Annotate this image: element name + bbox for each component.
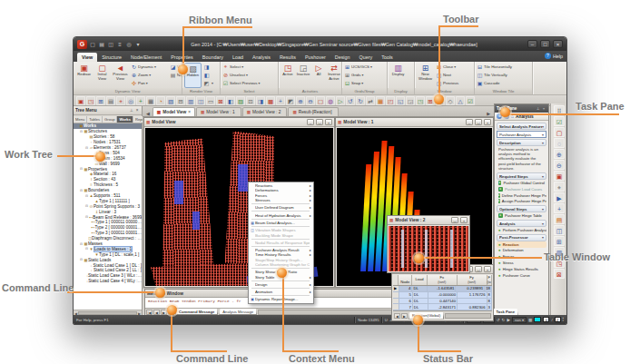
side-tool-icon[interactable]: ▤ — [554, 214, 565, 224]
row-selector[interactable] — [393, 299, 399, 304]
toolbar-icon[interactable]: ⊟ — [176, 96, 185, 105]
ribbon-tab[interactable]: Tools — [377, 53, 398, 62]
toolbar-icon[interactable]: ◳ — [86, 96, 95, 105]
stage-total-field[interactable]: 2 — [555, 317, 561, 322]
toolbar-icon[interactable]: ↺ — [346, 96, 355, 105]
context-menu-item[interactable]: Buckling Mode Shape ▸ — [249, 232, 313, 237]
preview-icon[interactable]: ◎ — [125, 40, 133, 49]
side-tool-icon[interactable]: ⌖ — [554, 182, 565, 192]
task-step-link[interactable]: ● Deformation — [497, 248, 546, 254]
ribbon-big-button[interactable]: ▣ Redraw — [75, 63, 93, 88]
col-load[interactable]: Load — [415, 278, 423, 282]
mdi-tab[interactable]: ▦ Model View : 1 — [196, 107, 241, 116]
context-menu-item[interactable]: ▦ Beam Detail Analysis... ▸ — [249, 221, 313, 225]
table-row[interactable]: 5 DL -0.000000 1.176726 8 — [393, 292, 492, 299]
toolbar-icon[interactable]: ▤ — [106, 96, 115, 105]
model-view-2-title-bar[interactable]: ▦ Model View : 2 □ × — [388, 216, 469, 225]
ribbon-big-button[interactable]: ◳ Active — [281, 63, 295, 88]
ribbon-small-button[interactable]: ⊟ Tile Horizontally — [477, 63, 513, 71]
side-tool-icon[interactable]: ⊖ — [554, 160, 565, 170]
ribbon-tab[interactable]: Design — [330, 53, 355, 62]
row-selector[interactable] — [393, 304, 399, 310]
minimize-icon[interactable]: – — [466, 119, 473, 125]
toolbar-icon[interactable]: ◨ — [256, 96, 265, 105]
tree-tab[interactable]: Tables — [87, 116, 103, 123]
side-tool-icon[interactable]: ◫ — [554, 225, 565, 235]
toolbar-icon[interactable]: ▢ — [316, 96, 325, 105]
task-step-link[interactable]: ▸ Pushover Global Control — [497, 180, 546, 186]
context-menu-item[interactable]: Design ▸ — [249, 282, 313, 287]
analysis-feature-select[interactable]: Pushover Analysis ▾ — [497, 131, 546, 138]
stage-stepper[interactable]: ▴ ▾ — [563, 317, 564, 322]
ribbon-small-button[interactable]: ⊞ UCS/GCS ▾ — [344, 63, 372, 71]
first-tab-icon[interactable]: |◀ — [146, 310, 153, 315]
close-icon[interactable]: × — [541, 106, 546, 111]
message-tab[interactable]: Command Message — [175, 309, 218, 315]
ribbon-tab[interactable]: Node/Element — [126, 53, 166, 62]
ribbon-big-button[interactable]: ▥ Display — [389, 63, 407, 88]
stage-current-field[interactable]: 0 — [543, 317, 549, 322]
toolbar-icon[interactable]: + — [276, 96, 285, 105]
close-icon[interactable]: × — [484, 119, 491, 125]
help-menu[interactable]: ? Help — [545, 53, 563, 59]
play-icon[interactable]: ▶ — [507, 318, 510, 322]
new-file-icon[interactable]: ▢ — [89, 40, 96, 49]
side-tool-icon[interactable]: ▢ — [554, 127, 565, 137]
toolbar-icon[interactable]: ⊖ — [306, 96, 315, 105]
save-icon[interactable]: ◫ — [107, 40, 114, 49]
ribbon-small-button[interactable]: ◨ — [203, 63, 213, 71]
side-tool-icon[interactable]: ☑ — [554, 116, 565, 126]
side-tool-icon[interactable]: ⊞ — [554, 236, 565, 246]
ribbon-small-button[interactable]: ☑ Select Previous ▾ — [222, 79, 260, 87]
ribbon-small-button[interactable]: ⊡ Snap ▾ — [344, 79, 372, 87]
ribbon-tab[interactable]: Boundary — [198, 53, 228, 62]
section-optional-steps[interactable]: Optional Steps ▾ — [497, 205, 546, 212]
tree-tab[interactable]: Group — [103, 116, 117, 123]
ribbon-big-button[interactable]: ◲ Inactive — [296, 63, 310, 88]
context-menu-item[interactable]: Stresses ▸ — [249, 198, 313, 202]
close-button[interactable]: × — [553, 40, 563, 48]
color-swatch[interactable] — [534, 317, 541, 322]
task-step-link[interactable]: ▸ Define Pushover Hinge Properties — [497, 192, 546, 199]
close-icon[interactable]: × — [484, 266, 491, 272]
model-view-1-title-bar[interactable]: ▦ Model View : 1 – □ × — [336, 118, 493, 127]
section-analysis[interactable]: Analysis ▾ — [497, 220, 546, 227]
ribbon-tab[interactable]: View — [77, 53, 97, 62]
ribbon-tab[interactable]: Load — [228, 53, 248, 62]
toolbar-icon[interactable]: ⊕ — [296, 96, 305, 105]
toolbar-icon[interactable]: ◱ — [396, 96, 405, 105]
task-step-link[interactable]: ● Reaction — [497, 241, 546, 248]
ribbon-small-button[interactable]: ◧ — [203, 71, 213, 79]
tab-close-icon[interactable]: × — [188, 110, 191, 114]
table-row[interactable]: 6 DL 0.447140 8 — [393, 299, 492, 305]
restore-button[interactable]: □ — [540, 40, 550, 48]
table-hscrollbar[interactable] — [445, 313, 491, 319]
tree-tab[interactable]: Works — [117, 116, 133, 123]
toolbar-icon[interactable]: ◧ — [226, 96, 235, 105]
tab-scroll-left-icon[interactable]: ◀ — [144, 111, 152, 116]
toolbar-icon[interactable]: ▭ — [206, 96, 215, 105]
ribbon-tab[interactable]: Query — [355, 53, 378, 62]
minimize-icon[interactable]: – — [307, 119, 314, 125]
toolbar-icon[interactable]: ▨ — [236, 96, 245, 105]
toolbar-icon[interactable]: ▩ — [266, 96, 275, 105]
task-step-link[interactable]: ● Perform Pushover Analysis — [497, 227, 546, 233]
ribbon-small-button[interactable]: ◩ ▾ — [203, 79, 213, 87]
section-post-processor[interactable]: Post-Processor ▾ — [497, 234, 546, 241]
ribbon-small-button[interactable]: ✣ Pan ▾ — [131, 79, 168, 87]
table-row[interactable]: ▶ 4 DL -1.643581 0.239891 18 — [393, 286, 492, 292]
toolbar-icon[interactable]: + — [136, 96, 145, 105]
toolbar-icon[interactable]: ⊡ — [246, 96, 255, 105]
task-step-link[interactable]: ▸ Pushover Load Cases — [497, 186, 546, 192]
ribbon-big-button[interactable]: ⊞ New Window — [417, 63, 434, 88]
tree-item[interactable]: ↓ Static Load Case 4 [ WLy :… — [74, 279, 142, 284]
context-menu-item[interactable]: User Defined Diagram ▸ — [249, 205, 313, 210]
sheet-prev-icon[interactable]: ◀ — [394, 313, 400, 319]
side-tool-icon[interactable]: ▶ — [554, 192, 565, 202]
toolbar-icon[interactable]: ◍ — [326, 96, 335, 105]
next-tab-icon[interactable]: ▶ — [161, 310, 167, 315]
toolbar-icon[interactable]: ▧ — [166, 96, 175, 105]
section-select-analysis-features[interactable]: Select Analysis Features ▾ — [497, 123, 546, 130]
ribbon-big-button[interactable]: ▷ All — [311, 63, 326, 88]
spin-down-icon[interactable]: ▾ — [563, 320, 564, 322]
